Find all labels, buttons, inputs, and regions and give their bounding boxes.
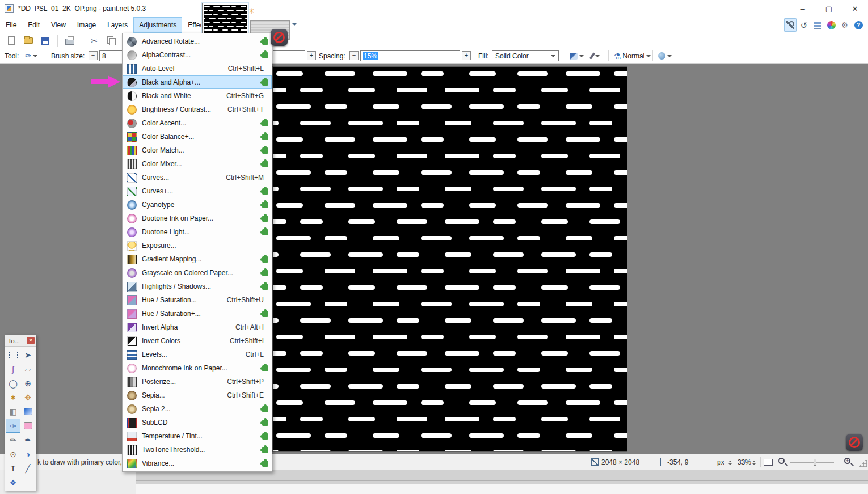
hardness-increase-button[interactable]: +	[307, 51, 316, 60]
magic-wand-tool[interactable]: ✶	[6, 390, 20, 404]
rectangle-select-tool[interactable]	[6, 348, 20, 362]
history-window-toggle[interactable]: ↺	[798, 18, 810, 32]
new-file-button[interactable]	[5, 35, 18, 47]
antialiasing-dropdown[interactable]	[567, 50, 586, 62]
shapes-tool[interactable]: ❖	[6, 475, 20, 489]
adjustments-item-curves[interactable]: Curves+...	[123, 184, 272, 198]
adjustments-item-gradient-mapping[interactable]: Gradient Mapping...	[123, 252, 272, 266]
adjustments-item-auto-level[interactable]: Auto-LevelCtrl+Shift+L	[123, 62, 272, 75]
zoom-in-button[interactable]: +	[844, 458, 850, 464]
adjustments-item-sepia-2[interactable]: Sepia 2...	[123, 402, 272, 416]
menu-file[interactable]: File	[0, 17, 22, 33]
colors-window-toggle[interactable]	[825, 18, 837, 32]
pan-tool[interactable]: ✥	[20, 390, 35, 404]
adjustments-item-sublcd[interactable]: SubLCD	[123, 416, 272, 429]
adjustments-item-color-accent[interactable]: Color Accent...	[123, 116, 272, 130]
image-list-dropdown[interactable]	[292, 23, 297, 28]
adjustments-item-black-and-white[interactable]: Black and WhiteCtrl+Shift+G	[123, 89, 272, 103]
color-picker-tool[interactable]: ✒	[20, 433, 35, 447]
adjustments-item-hue-saturation[interactable]: Hue / Saturation+...	[123, 307, 272, 320]
adjustments-item-brightness-contrast[interactable]: Brightness / Contrast...Ctrl+Shift+T	[123, 103, 272, 116]
blend-mode-dropdown[interactable]: ⚗ Normal	[612, 50, 653, 62]
zoom-spinner[interactable]	[752, 459, 756, 467]
adjustments-item-monochrome-ink-on-paper[interactable]: Monochrome Ink on Paper...	[123, 361, 272, 375]
copy-button[interactable]	[104, 35, 118, 47]
maximize-button[interactable]: ▢	[816, 0, 842, 17]
adjustments-item-posterize[interactable]: Posterize...Ctrl+Shift+P	[123, 375, 272, 389]
menu-image[interactable]: Image	[71, 17, 102, 33]
zoom-to-window-button[interactable]	[764, 459, 773, 466]
settings-button[interactable]: ⚙	[838, 18, 851, 32]
paintbrush-tool[interactable]: ✑	[6, 419, 20, 433]
pattern-pill	[300, 88, 323, 92]
adjustments-item-advanced-rotate[interactable]: Advanced Rotate...	[123, 35, 272, 48]
menu-item-label: Exposure...	[142, 242, 264, 250]
cut-button[interactable]: ✂	[87, 35, 101, 47]
zoom-slider[interactable]	[790, 462, 834, 463]
gradient-tool[interactable]	[20, 404, 35, 419]
adjustments-item-alphacontrast[interactable]: AlphaContrast...	[123, 48, 272, 62]
hardness-input-partial[interactable]	[273, 50, 305, 61]
adjustments-item-grayscale-on-colored-paper[interactable]: Grayscale on Colored Paper...	[123, 266, 272, 280]
adjustments-item-color-balance[interactable]: Color Balance+...	[123, 130, 272, 143]
adjustments-item-vibrance[interactable]: Vibrance...	[123, 457, 272, 470]
resize-grip[interactable]	[859, 460, 867, 468]
image-canvas[interactable]	[273, 67, 627, 451]
menu-layers[interactable]: Layers	[102, 17, 133, 33]
menu-view[interactable]: View	[45, 17, 71, 33]
pixel-sampling-dropdown[interactable]	[589, 50, 602, 62]
brush-size-decrease-button[interactable]: −	[89, 51, 98, 60]
pencil-tool[interactable]: ✏	[6, 433, 20, 447]
fill-style-dropdown[interactable]: Solid Color	[492, 50, 559, 61]
zoom-out-button[interactable]: −	[778, 458, 785, 464]
adjustments-item-levels[interactable]: Levels...Ctrl+L	[123, 348, 272, 361]
help-button[interactable]: ?	[852, 18, 865, 32]
spacing-increase-button[interactable]: +	[462, 51, 471, 60]
adjustments-item-invert-alpha[interactable]: Invert AlphaCtrl+Alt+I	[123, 320, 272, 334]
open-file-button[interactable]	[22, 35, 35, 47]
recolor-tool[interactable]: ◑	[20, 447, 35, 461]
adjustments-item-invert-colors[interactable]: Invert ColorsCtrl+Shift+I	[123, 334, 272, 348]
current-tool-dropdown[interactable]: ✑	[23, 50, 40, 62]
pattern-pill	[204, 29, 212, 31]
adjustments-item-highlights-shadows[interactable]: Highlights / Shadows...	[123, 280, 272, 293]
paint-bucket-tool[interactable]: ◧	[6, 404, 20, 419]
lasso-select-icon: ʃ	[12, 365, 14, 373]
minimize-button[interactable]: –	[790, 0, 816, 17]
adjustments-item-curves[interactable]: Curves...Ctrl+Shift+M	[123, 171, 272, 184]
zoom-slider-thumb[interactable]	[814, 459, 816, 466]
selection-clipping-dropdown[interactable]	[656, 50, 674, 62]
units-spinner[interactable]	[728, 459, 732, 467]
adjustments-item-cyanotype[interactable]: Cyanotype	[123, 198, 272, 212]
close-button[interactable]: ✕	[842, 0, 868, 17]
eraser-tool[interactable]	[20, 419, 35, 433]
layers-window-toggle[interactable]	[811, 18, 824, 32]
adjustments-item-color-mixer[interactable]: Color Mixer...	[123, 157, 272, 171]
adjustments-item-twotonethreshold[interactable]: TwoToneThreshold...	[123, 443, 272, 457]
clone-stamp-tool[interactable]: ⊙	[6, 447, 20, 461]
adjustments-item-temperature-tint[interactable]: Temperature / Tint...	[123, 429, 272, 443]
spacing-decrease-button[interactable]: −	[349, 51, 359, 60]
adjustments-item-hue-saturation[interactable]: Hue / Saturation...Ctrl+Shift+U	[123, 293, 272, 307]
menu-edit[interactable]: Edit	[22, 17, 45, 33]
print-button[interactable]	[63, 35, 77, 47]
tools-palette-close-button[interactable]: ✕	[27, 337, 35, 344]
adjustments-item-black-and-alpha[interactable]: Black and Alpha+...	[123, 75, 272, 89]
menu-adjustments[interactable]: Adjustments	[133, 17, 182, 33]
save-button[interactable]	[39, 35, 52, 47]
adjustments-item-duotone-light[interactable]: Duotone Light...	[123, 225, 272, 239]
adjustments-item-color-match[interactable]: Color Match...	[123, 143, 272, 157]
move-selected-pixels-tool[interactable]: ➤	[20, 348, 35, 362]
zoom-tool[interactable]: ⊕	[20, 376, 35, 390]
move-selection-tool[interactable]: ▱	[20, 362, 35, 376]
tools-palette-titlebar[interactable]: To... ✕	[5, 335, 36, 347]
adjustments-item-exposure[interactable]: Exposure...	[123, 239, 272, 252]
line-curve-tool[interactable]: ╱	[20, 461, 35, 475]
adjustments-item-duotone-ink-on-paper[interactable]: Duotone Ink on Paper...	[123, 212, 272, 225]
ellipse-select-tool[interactable]: ◯	[6, 376, 20, 390]
tools-window-toggle[interactable]	[784, 18, 797, 32]
lasso-select-tool[interactable]: ʃ	[6, 362, 20, 376]
text-tool[interactable]: T	[6, 461, 20, 475]
spacing-input[interactable]: 15%	[360, 50, 460, 61]
adjustments-item-sepia[interactable]: Sepia...Ctrl+Shift+E	[123, 389, 272, 402]
